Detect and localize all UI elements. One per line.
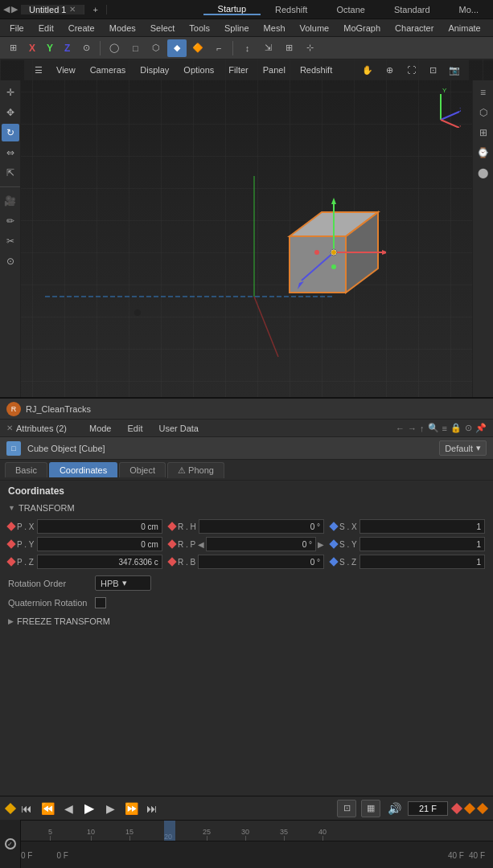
scale-tool-btn[interactable]: ⇲ (258, 39, 277, 57)
audio-btn[interactable]: 🔊 (385, 800, 403, 817)
keyframe-orange-diamond[interactable] (464, 802, 475, 813)
axis-z-btn[interactable]: Z (60, 39, 75, 57)
attr-lock-icon[interactable]: 🔒 (450, 423, 462, 433)
full-icon[interactable]: ⛶ (401, 61, 421, 79)
rotation-order-dropdown[interactable]: HPB ▾ (95, 575, 151, 591)
menu-edit[interactable]: Edit (32, 22, 60, 35)
hand-tool-icon[interactable]: ✋ (358, 61, 377, 79)
knife-tool[interactable]: ✂ (2, 232, 19, 250)
menu-character[interactable]: Character (388, 22, 440, 35)
viewport[interactable]: ☰ View Cameras Display Options Filter Pa… (0, 59, 493, 397)
menu-spline[interactable]: Spline (218, 22, 256, 35)
standard-tab[interactable]: Standard (380, 5, 445, 14)
scale-left-tool[interactable]: ⇔ (2, 144, 19, 162)
attr-menu-userdata[interactable]: User Data (152, 422, 205, 435)
coord-system-btn[interactable]: ⊙ (76, 39, 96, 57)
snap-btn[interactable]: ⊞ (3, 39, 23, 57)
move-icon[interactable]: ⊕ (380, 61, 399, 79)
attr-fwd-icon[interactable]: → (408, 424, 417, 433)
move-tool-btn[interactable]: ↕ (237, 39, 257, 57)
next-key-btn[interactable]: ⏩ (122, 800, 140, 817)
object-tool-btn[interactable]: ◯ (105, 39, 124, 57)
connect-btn[interactable]: ⌐ (209, 39, 228, 57)
more-tab[interactable]: Mo... (445, 5, 493, 14)
layer-icon[interactable]: ⊞ (475, 124, 492, 141)
keyframe-red-diamond[interactable] (451, 802, 462, 813)
viewport-display[interactable]: Display (134, 63, 175, 76)
menu-mograph[interactable]: MoGraph (337, 22, 387, 35)
close-tab-icon[interactable]: ✕ (69, 5, 76, 14)
cam-icon[interactable]: 📷 (445, 61, 464, 79)
record-btn[interactable]: ⊡ (337, 800, 356, 817)
pos-x-input[interactable] (37, 519, 162, 534)
menu-file[interactable]: File (3, 22, 31, 35)
menu-create[interactable]: Create (62, 22, 101, 35)
attr-pin-icon[interactable]: 📌 (475, 423, 487, 433)
viewport-hamburger[interactable]: ☰ (29, 61, 48, 79)
attr-back-icon[interactable]: ← (396, 424, 405, 433)
time-icon[interactable]: ⌚ (475, 144, 492, 162)
edge-tool-btn[interactable]: ⬡ (146, 39, 166, 57)
add-tab-btn[interactable]: + (84, 5, 106, 14)
forward-btn[interactable]: ▶ (11, 4, 18, 14)
rotate-tool[interactable]: ↻ (2, 124, 19, 141)
pos-y-input[interactable] (37, 537, 162, 551)
scale-x-input[interactable] (359, 519, 485, 534)
octane-tab[interactable]: Octane (322, 5, 379, 14)
startup-tab[interactable]: Startup (203, 4, 261, 15)
attr-menu-edit[interactable]: Edit (121, 422, 150, 435)
to-end-btn[interactable]: ⏭ (143, 800, 161, 817)
to-start-btn[interactable]: ⏮ (18, 800, 35, 817)
prev-frame-btn[interactable]: ◀ (60, 800, 77, 817)
attr-search-icon[interactable]: 🔍 (428, 423, 439, 433)
transform-tool[interactable]: ⇱ (2, 164, 19, 182)
close-attributes-btn[interactable]: ✕ (6, 424, 13, 432)
preset-dropdown[interactable]: Default ▾ (439, 440, 487, 456)
tab-basic[interactable]: Basic (5, 462, 47, 477)
rot-p-left-arrow[interactable]: ◀ (198, 540, 204, 549)
keyframe-orange2-diamond[interactable] (477, 802, 488, 813)
scale-z-input[interactable] (359, 555, 485, 569)
attr-menu-mode[interactable]: Mode (83, 422, 118, 435)
menu-volume[interactable]: Volume (294, 22, 336, 35)
attr-up-icon[interactable]: ↑ (420, 424, 425, 433)
menu-tools[interactable]: Tools (183, 22, 216, 35)
next-frame-btn[interactable]: ▶ (101, 800, 119, 817)
rot-b-input[interactable] (198, 555, 324, 569)
timeline-ruler[interactable]: 0 5 10 15 20 25 30 35 (0, 821, 493, 841)
viewport-redshift[interactable]: Redshift (294, 63, 339, 76)
scale-y-input[interactable] (359, 537, 485, 551)
menu-select[interactable]: Select (144, 22, 182, 35)
viewport-view[interactable]: View (50, 63, 82, 76)
menu-more[interactable]: Si... (489, 22, 493, 35)
menu-mesh[interactable]: Mesh (257, 22, 292, 35)
camera-left-tool[interactable]: 🎥 (2, 192, 19, 210)
obj-mgr-icon[interactable]: ≡ (475, 84, 492, 101)
menu-modes[interactable]: Modes (103, 22, 142, 35)
tab-coordinates[interactable]: Coordinates (49, 462, 117, 477)
snap-tool-btn[interactable]: ⊹ (300, 39, 319, 57)
frame-display[interactable]: 21 F (408, 801, 448, 816)
paint-tool[interactable]: ✏ (2, 212, 19, 230)
play-btn[interactable]: ▶ (80, 800, 98, 817)
rot-p-right-arrow[interactable]: ▶ (318, 540, 324, 549)
viewport-cameras[interactable]: Cameras (84, 63, 133, 76)
viewport-options[interactable]: Options (177, 63, 220, 76)
quaternion-checkbox[interactable] (95, 597, 106, 608)
untitled-tab[interactable]: Untitled 1 ✕ (21, 5, 84, 14)
rot-h-input[interactable] (199, 519, 324, 534)
viewport-filter[interactable]: Filter (222, 63, 254, 76)
autokey-btn[interactable]: ▦ (361, 800, 380, 817)
grid-btn[interactable]: ⊞ (279, 39, 298, 57)
attr-filter-icon[interactable]: ≡ (442, 424, 447, 433)
mat-icon[interactable]: ⬡ (475, 104, 492, 121)
axis-y-btn[interactable]: Y (42, 39, 58, 57)
back-btn[interactable]: ◀ (3, 4, 10, 14)
render-icon[interactable]: ⊡ (423, 61, 442, 79)
freeze-transform-header[interactable]: ▶ FREEZE TRANSFORM (0, 612, 493, 631)
tab-object[interactable]: Object (119, 462, 166, 477)
tab-phong[interactable]: ⚠ Phong (167, 462, 224, 478)
magnet-tool[interactable]: ⊙ (2, 252, 19, 270)
poly-tool-btn[interactable]: □ (125, 39, 145, 57)
point-tool-btn[interactable]: ◆ (167, 39, 187, 57)
